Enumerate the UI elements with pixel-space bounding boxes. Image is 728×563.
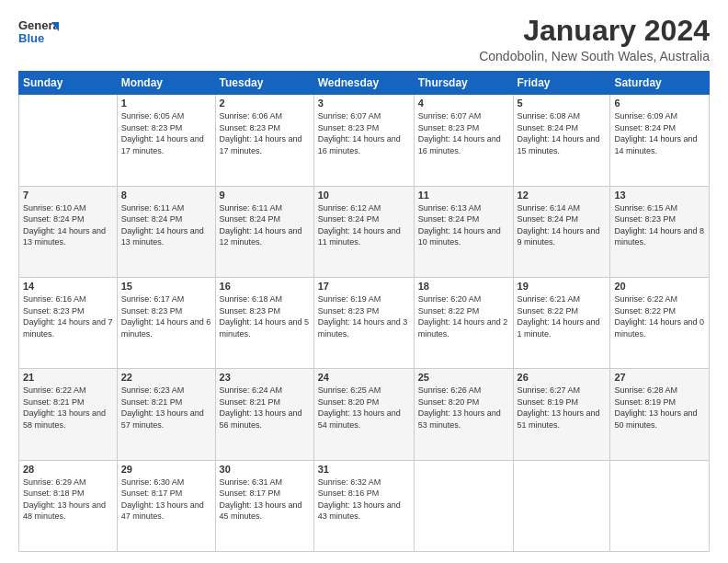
- day-info: Sunrise: 6:20 AMSunset: 8:22 PMDaylight:…: [418, 293, 509, 339]
- calendar-cell: 25Sunrise: 6:26 AMSunset: 8:20 PMDayligh…: [414, 369, 513, 460]
- day-number: 28: [23, 464, 113, 475]
- day-number: 18: [418, 281, 509, 292]
- calendar-title: January 2024: [479, 15, 710, 47]
- svg-text:General: General: [18, 18, 59, 32]
- page: General Blue January 2024 Condobolin, Ne…: [0, 0, 728, 563]
- day-info: Sunrise: 6:06 AMSunset: 8:23 PMDaylight:…: [220, 110, 310, 156]
- calendar-cell: 1Sunrise: 6:05 AMSunset: 8:23 PMDaylight…: [117, 95, 215, 186]
- day-info: Sunrise: 6:18 AMSunset: 8:23 PMDaylight:…: [220, 293, 310, 339]
- calendar-table: Sunday Monday Tuesday Wednesday Thursday…: [18, 71, 710, 552]
- day-info: Sunrise: 6:28 AMSunset: 8:19 PMDaylight:…: [614, 385, 705, 431]
- day-info: Sunrise: 6:22 AMSunset: 8:22 PMDaylight:…: [614, 293, 705, 339]
- day-number: 16: [220, 281, 310, 292]
- calendar-cell: 5Sunrise: 6:08 AMSunset: 8:24 PMDaylight…: [513, 95, 610, 186]
- calendar-cell: 28Sunrise: 6:29 AMSunset: 8:18 PMDayligh…: [19, 460, 118, 551]
- logo-icon: General Blue: [18, 15, 59, 52]
- day-info: Sunrise: 6:32 AMSunset: 8:16 PMDaylight:…: [318, 477, 410, 523]
- calendar-cell: 22Sunrise: 6:23 AMSunset: 8:21 PMDayligh…: [117, 369, 215, 460]
- day-number: 23: [220, 372, 310, 383]
- logo: General Blue: [18, 15, 59, 55]
- day-info: Sunrise: 6:14 AMSunset: 8:24 PMDaylight:…: [518, 202, 607, 248]
- day-number: 11: [418, 190, 509, 201]
- day-number: 2: [220, 98, 310, 109]
- week-row-3: 14Sunrise: 6:16 AMSunset: 8:23 PMDayligh…: [19, 277, 710, 368]
- calendar-cell: 7Sunrise: 6:10 AMSunset: 8:24 PMDaylight…: [19, 186, 118, 277]
- day-info: Sunrise: 6:09 AMSunset: 8:24 PMDaylight:…: [614, 110, 705, 156]
- day-number: 6: [614, 98, 705, 109]
- day-number: 30: [220, 464, 310, 475]
- day-info: Sunrise: 6:22 AMSunset: 8:21 PMDaylight:…: [23, 385, 113, 431]
- calendar-cell: [19, 95, 118, 186]
- calendar-cell: 26Sunrise: 6:27 AMSunset: 8:19 PMDayligh…: [513, 369, 610, 460]
- calendar-cell: 21Sunrise: 6:22 AMSunset: 8:21 PMDayligh…: [19, 369, 118, 460]
- day-number: 10: [318, 190, 410, 201]
- header-thursday: Thursday: [414, 72, 513, 95]
- calendar-cell: 24Sunrise: 6:25 AMSunset: 8:20 PMDayligh…: [313, 369, 414, 460]
- header-wednesday: Wednesday: [313, 72, 414, 95]
- day-info: Sunrise: 6:08 AMSunset: 8:24 PMDaylight:…: [518, 110, 607, 156]
- day-info: Sunrise: 6:13 AMSunset: 8:24 PMDaylight:…: [418, 202, 509, 248]
- day-info: Sunrise: 6:11 AMSunset: 8:24 PMDaylight:…: [121, 202, 211, 248]
- calendar-cell: 4Sunrise: 6:07 AMSunset: 8:23 PMDaylight…: [414, 95, 513, 186]
- calendar-body: 1Sunrise: 6:05 AMSunset: 8:23 PMDaylight…: [19, 95, 710, 552]
- calendar-cell: 6Sunrise: 6:09 AMSunset: 8:24 PMDaylight…: [610, 95, 710, 186]
- calendar-cell: [414, 460, 513, 551]
- day-number: 15: [121, 281, 211, 292]
- day-number: 7: [23, 190, 113, 201]
- header-sunday: Sunday: [19, 72, 118, 95]
- calendar-cell: 2Sunrise: 6:06 AMSunset: 8:23 PMDaylight…: [215, 95, 313, 186]
- header-friday: Friday: [513, 72, 610, 95]
- days-header-row: Sunday Monday Tuesday Wednesday Thursday…: [19, 72, 710, 95]
- day-info: Sunrise: 6:29 AMSunset: 8:18 PMDaylight:…: [23, 477, 113, 523]
- day-info: Sunrise: 6:05 AMSunset: 8:23 PMDaylight:…: [121, 110, 211, 156]
- calendar-cell: 13Sunrise: 6:15 AMSunset: 8:23 PMDayligh…: [610, 186, 710, 277]
- day-number: 31: [318, 464, 410, 475]
- header-tuesday: Tuesday: [215, 72, 313, 95]
- calendar-cell: 27Sunrise: 6:28 AMSunset: 8:19 PMDayligh…: [610, 369, 710, 460]
- calendar-cell: 19Sunrise: 6:21 AMSunset: 8:22 PMDayligh…: [513, 277, 610, 368]
- day-number: 27: [614, 372, 705, 383]
- calendar-cell: 10Sunrise: 6:12 AMSunset: 8:24 PMDayligh…: [313, 186, 414, 277]
- title-block: January 2024 Condobolin, New South Wales…: [479, 15, 710, 63]
- calendar-cell: 31Sunrise: 6:32 AMSunset: 8:16 PMDayligh…: [313, 460, 414, 551]
- calendar-cell: 29Sunrise: 6:30 AMSunset: 8:17 PMDayligh…: [117, 460, 215, 551]
- calendar-subtitle: Condobolin, New South Wales, Australia: [479, 49, 710, 63]
- day-number: 5: [518, 98, 607, 109]
- day-number: 12: [518, 190, 607, 201]
- day-number: 20: [614, 281, 705, 292]
- day-info: Sunrise: 6:24 AMSunset: 8:21 PMDaylight:…: [220, 385, 310, 431]
- day-number: 9: [220, 190, 310, 201]
- day-info: Sunrise: 6:07 AMSunset: 8:23 PMDaylight:…: [318, 110, 410, 156]
- day-number: 4: [418, 98, 509, 109]
- calendar-cell: 20Sunrise: 6:22 AMSunset: 8:22 PMDayligh…: [610, 277, 710, 368]
- calendar-cell: 14Sunrise: 6:16 AMSunset: 8:23 PMDayligh…: [19, 277, 118, 368]
- header-monday: Monday: [117, 72, 215, 95]
- day-number: 29: [121, 464, 211, 475]
- day-number: 25: [418, 372, 509, 383]
- day-number: 24: [318, 372, 410, 383]
- week-row-1: 1Sunrise: 6:05 AMSunset: 8:23 PMDaylight…: [19, 95, 710, 186]
- day-number: 8: [121, 190, 211, 201]
- calendar-cell: [610, 460, 710, 551]
- day-info: Sunrise: 6:27 AMSunset: 8:19 PMDaylight:…: [518, 385, 607, 431]
- day-number: 3: [318, 98, 410, 109]
- day-number: 19: [518, 281, 607, 292]
- day-info: Sunrise: 6:11 AMSunset: 8:24 PMDaylight:…: [220, 202, 310, 248]
- day-number: 21: [23, 372, 113, 383]
- day-info: Sunrise: 6:12 AMSunset: 8:24 PMDaylight:…: [318, 202, 410, 248]
- day-info: Sunrise: 6:23 AMSunset: 8:21 PMDaylight:…: [121, 385, 211, 431]
- calendar-cell: 11Sunrise: 6:13 AMSunset: 8:24 PMDayligh…: [414, 186, 513, 277]
- calendar-cell: 23Sunrise: 6:24 AMSunset: 8:21 PMDayligh…: [215, 369, 313, 460]
- day-number: 17: [318, 281, 410, 292]
- week-row-4: 21Sunrise: 6:22 AMSunset: 8:21 PMDayligh…: [19, 369, 710, 460]
- day-number: 14: [23, 281, 113, 292]
- day-info: Sunrise: 6:10 AMSunset: 8:24 PMDaylight:…: [23, 202, 113, 248]
- day-number: 26: [518, 372, 607, 383]
- svg-text:Blue: Blue: [18, 31, 44, 45]
- day-info: Sunrise: 6:07 AMSunset: 8:23 PMDaylight:…: [418, 110, 509, 156]
- day-info: Sunrise: 6:21 AMSunset: 8:22 PMDaylight:…: [518, 293, 607, 339]
- calendar-cell: 30Sunrise: 6:31 AMSunset: 8:17 PMDayligh…: [215, 460, 313, 551]
- day-number: 13: [614, 190, 705, 201]
- calendar-cell: 9Sunrise: 6:11 AMSunset: 8:24 PMDaylight…: [215, 186, 313, 277]
- day-info: Sunrise: 6:26 AMSunset: 8:20 PMDaylight:…: [418, 385, 509, 431]
